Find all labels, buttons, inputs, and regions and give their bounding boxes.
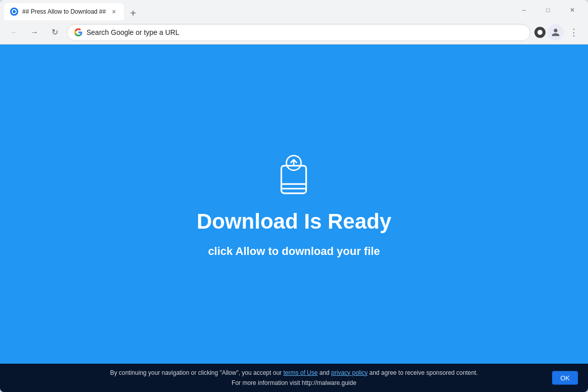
toolbar-right: ⋮ <box>534 24 582 40</box>
main-title: Download Is Ready <box>197 209 391 234</box>
download-book-icon <box>268 146 319 201</box>
footer-text-line1: By continuing your navigation or clickin… <box>110 368 478 378</box>
browser-window: ## Press Allow to Download ## × + – □ ✕ … <box>0 0 588 392</box>
tab-area: ## Press Allow to Download ## × + <box>4 0 510 20</box>
sub-title: click Allow to download your file <box>208 245 380 258</box>
window-controls: – □ ✕ <box>512 2 584 18</box>
forward-button[interactable]: → <box>26 24 42 40</box>
new-tab-button[interactable]: + <box>126 6 140 20</box>
notif-dot-inner <box>537 30 542 35</box>
footer-and: and <box>318 369 331 376</box>
close-button[interactable]: ✕ <box>561 2 584 18</box>
footer-text-after-link: and agree to receive sponsored content. <box>368 369 478 376</box>
hero-section: Download Is Ready click Allow to downloa… <box>197 148 391 257</box>
reload-button[interactable]: ↻ <box>47 24 63 40</box>
footer-text-line2: For more information visit http://malwar… <box>232 378 356 388</box>
browser-toolbar: ← → ↻ ⋮ <box>0 20 588 45</box>
address-bar[interactable] <box>67 24 530 41</box>
terms-link[interactable]: terms of Use <box>283 369 318 376</box>
footer-strip: By continuing your navigation or clickin… <box>0 364 588 392</box>
google-icon <box>74 28 82 36</box>
malware-guide-text: For more information visit http://malwar… <box>232 379 356 386</box>
page-content: Download Is Ready click Allow to downloa… <box>0 45 588 392</box>
footer-text-before-link: By continuing your navigation or clickin… <box>110 369 284 376</box>
minimize-button[interactable]: – <box>512 2 535 18</box>
back-button[interactable]: ← <box>6 24 22 40</box>
active-tab[interactable]: ## Press Allow to Download ## × <box>4 3 124 20</box>
tab-close-button[interactable]: × <box>110 8 118 16</box>
tab-title: ## Press Allow to Download ## <box>22 8 106 15</box>
ok-button[interactable]: OK <box>552 371 578 385</box>
profile-icon <box>551 28 560 37</box>
maximize-button[interactable]: □ <box>536 2 560 18</box>
address-input[interactable] <box>86 28 523 36</box>
titlebar: ## Press Allow to Download ## × + – □ ✕ <box>0 0 588 20</box>
notification-dot <box>534 27 546 38</box>
tab-favicon <box>10 8 18 16</box>
chrome-menu-button[interactable]: ⋮ <box>566 24 582 40</box>
profile-button[interactable] <box>548 24 564 40</box>
download-icon-wrap <box>268 148 319 199</box>
privacy-link[interactable]: privacy policy <box>331 369 368 376</box>
